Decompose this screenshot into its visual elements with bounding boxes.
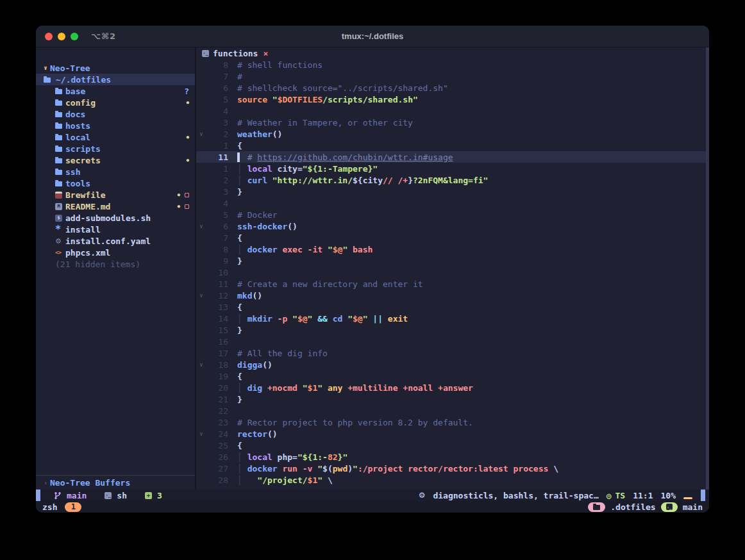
code-text: mkd(): [228, 291, 262, 301]
tree-item-brewfile[interactable]: Brewfile●: [36, 189, 195, 201]
editor-pane[interactable]: ›_ functions × 8# shell functions7#6# sh…: [196, 47, 709, 490]
tree-item-add-submodules.sh[interactable]: $add-submodules.sh: [36, 212, 195, 224]
folder-icon: [55, 111, 64, 117]
tree-item-local[interactable]: local●: [36, 131, 195, 143]
code-text: # Weather in Tampere, or other city: [228, 118, 413, 128]
code-line-8[interactable]: 8│ docker exec -it "$@" bash: [196, 243, 709, 255]
code-line-1[interactable]: 1{: [196, 140, 709, 151]
code-line-12[interactable]: ∨12mkd(): [196, 290, 709, 301]
code-line-11[interactable]: 11# Create a new directory and enter it: [196, 278, 709, 290]
tmux-branch-label: main: [683, 502, 703, 512]
code-line-2[interactable]: ∨2weather(): [196, 128, 709, 140]
editor-scrollbar-track[interactable]: [706, 47, 709, 490]
tree-item-readme.md[interactable]: MREADME.md●: [36, 201, 195, 212]
tree-item-label: install: [65, 225, 101, 235]
tree-item-base[interactable]: base?: [36, 85, 195, 97]
code-line-17[interactable]: 17# All the dig info: [196, 347, 709, 359]
code-text: │ local php="${1:-82}": [228, 452, 347, 462]
tree-item-config[interactable]: config●: [36, 97, 195, 108]
tree-item-secrets[interactable]: secrets●: [36, 154, 195, 166]
tree-item-label: add-submodules.sh: [65, 213, 151, 223]
line-number: 1: [206, 141, 228, 151]
fold-column[interactable]: ∨: [196, 431, 206, 437]
scrollbar-thumb[interactable]: [701, 490, 705, 501]
fold-column[interactable]: ∨: [196, 131, 206, 137]
line-number: 3: [206, 187, 228, 197]
winbar: ›_ functions ×: [196, 47, 709, 59]
neotree-buffers-section[interactable]: › Neo-Tree Buffers: [36, 475, 195, 490]
line-number: 20: [206, 383, 228, 393]
tree-item-install[interactable]: *install: [36, 224, 195, 235]
code-text: {: [228, 302, 242, 312]
tree-root-dotfiles[interactable]: ~/.dotfiles: [36, 74, 195, 85]
tree-item-scripts[interactable]: scripts: [36, 143, 195, 154]
fold-column[interactable]: ∨: [196, 292, 206, 299]
zoom-window-button[interactable]: [71, 33, 78, 40]
code-line-6[interactable]: 6# shellcheck source="../scripts/shared.…: [196, 82, 709, 94]
code-line-13[interactable]: 13{: [196, 301, 709, 313]
code-line-3[interactable]: 3# Weather in Tampere, or other city: [196, 117, 709, 128]
tree-item-label: hosts: [65, 121, 90, 131]
code-line-20[interactable]: 20│ dig +nocmd "$1" any +multiline +noal…: [196, 382, 709, 393]
tmux-window-badge[interactable]: 1: [65, 502, 81, 512]
line-number: 13: [206, 302, 228, 312]
code-line-23[interactable]: 23# Rector project to php version 8.2 by…: [196, 416, 709, 428]
buffers-title: Neo-Tree Buffers: [50, 478, 130, 488]
git-branch-label: main: [67, 491, 87, 500]
line-number: 18: [206, 360, 228, 370]
neotree-header[interactable]: ∨ Neo-Tree: [36, 62, 195, 74]
code-line-24[interactable]: ∨24rector(): [196, 428, 709, 440]
code-line-9[interactable]: 9}: [196, 255, 709, 267]
code-line-10[interactable]: 10: [196, 267, 709, 278]
code-text: # Create a new directory and enter it: [228, 279, 423, 289]
code-line-4[interactable]: 4: [196, 197, 709, 209]
lsp-servers-label: diagnosticls, bashls, trail-spac…: [433, 491, 598, 500]
code-line-7[interactable]: 7#: [196, 70, 709, 82]
fold-column[interactable]: ∨: [196, 361, 206, 368]
code-line-21[interactable]: 21}: [196, 393, 709, 405]
fold-column[interactable]: ∨: [196, 223, 206, 229]
code-line-8[interactable]: 8# shell functions: [196, 59, 709, 70]
tree-item-docs[interactable]: docs: [36, 108, 195, 120]
code-line-5[interactable]: 5# Docker: [196, 209, 709, 220]
tree-item--21-hidden-items-[interactable]: (21 hidden items): [36, 258, 195, 270]
code-line-6[interactable]: ∨6ssh-docker(): [196, 220, 709, 232]
code-line-15[interactable]: 15}: [196, 324, 709, 336]
close-buffer-icon[interactable]: ×: [263, 49, 268, 58]
folder-icon: [55, 135, 64, 140]
code-line-27[interactable]: 27│ docker run -v "$(pwd)":/project rect…: [196, 463, 709, 474]
window-title: tmux:~/.dotfiles: [36, 31, 709, 41]
code-line-28[interactable]: 28│ "/project/$1" \: [196, 474, 709, 486]
code-line-14[interactable]: 14│ mkdir -p "$@" && cd "$@" || exit: [196, 313, 709, 324]
buffer-tab[interactable]: functions: [213, 49, 258, 58]
code-line-4[interactable]: 4: [196, 105, 709, 117]
tmux-session-badge[interactable]: [588, 502, 605, 512]
code-line-3[interactable]: 3}: [196, 186, 709, 197]
tmux-session-label: .dotfiles: [610, 502, 655, 512]
code-line-25[interactable]: 25{: [196, 440, 709, 451]
minimize-window-button[interactable]: [58, 33, 65, 40]
tmux-branch-badge[interactable]: ›_: [661, 502, 678, 512]
code-line-1[interactable]: 1│ local city="${1:-Tampere}": [196, 163, 709, 174]
code-area[interactable]: 8# shell functions7#6# shellcheck source…: [196, 59, 709, 486]
code-line-11[interactable]: 11 # https://github.com/chubin/wttr.in#u…: [196, 151, 709, 163]
asterisk-icon: *: [55, 226, 64, 233]
code-line-26[interactable]: 26│ local php="${1:-82}": [196, 451, 709, 463]
code-line-22[interactable]: 22: [196, 405, 709, 416]
line-number: 4: [206, 199, 228, 208]
code-line-7[interactable]: 7{: [196, 232, 709, 243]
code-text: }: [228, 395, 242, 404]
tree-item-tools[interactable]: tools: [36, 177, 195, 189]
close-window-button[interactable]: [45, 33, 53, 40]
code-line-5[interactable]: 5source "$DOTFILES/scripts/shared.sh": [196, 94, 709, 105]
tree-item-hosts[interactable]: hosts: [36, 120, 195, 131]
code-line-2[interactable]: 2│ curl "http://wttr.in/${city// /+}?2nF…: [196, 174, 709, 186]
tree-item-phpcs.xml[interactable]: <>phpcs.xml: [36, 247, 195, 258]
line-number: 16: [206, 337, 228, 347]
tree-item-ssh[interactable]: ssh: [36, 166, 195, 177]
code-line-18[interactable]: ∨18digga(): [196, 359, 709, 370]
terminal-icon: ›_: [666, 504, 673, 510]
code-line-19[interactable]: 19{: [196, 370, 709, 382]
tree-item-install.conf.yaml[interactable]: ⚙install.conf.yaml: [36, 235, 195, 247]
code-line-16[interactable]: 16: [196, 336, 709, 347]
